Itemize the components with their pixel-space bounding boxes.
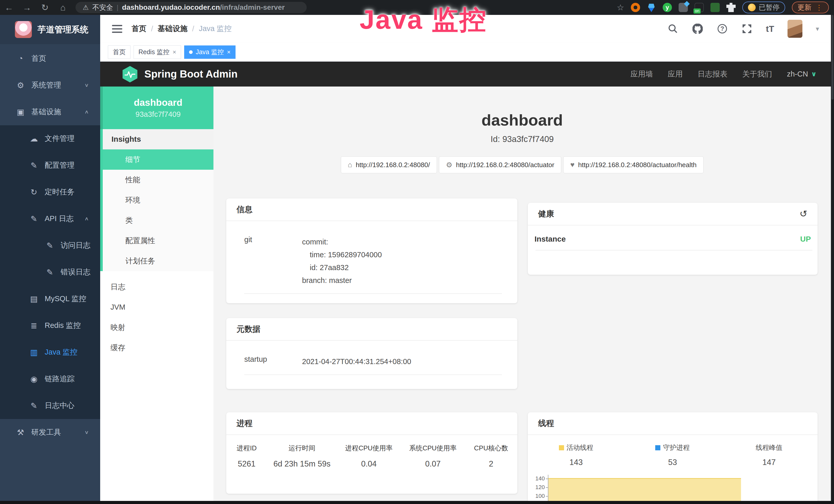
sidebar-item-java-monitor[interactable]: ▥ Java 监控 [0,339,100,366]
y-extension-icon[interactable]: y [663,3,672,12]
sidebar-item-mysql-monitor[interactable]: ▤ MySQL 监控 [0,285,100,312]
legend-peak-threads: 线程峰值 [721,443,817,452]
sba-item-logs[interactable]: 日志 [100,277,214,297]
app-logo[interactable]: 芋道管理系统 [0,15,100,44]
sidebar-item-label: 系统管理 [31,80,61,90]
breadcrumb-home[interactable]: 首页 [132,24,147,34]
legend-daemon-threads: 守护进程 [624,443,721,452]
page-title: dashboard [214,111,831,129]
update-browser-button[interactable]: 更新 ⋮ [792,2,829,13]
health-url-button[interactable]: ♥ http://192.168.0.2:48080/actuator/heal… [563,156,704,173]
switch-extension-icon[interactable] [695,3,704,12]
pin-extension-icon[interactable] [647,3,656,12]
sidebar-item-file-mgmt[interactable]: ☁ 文件管理 [0,125,100,152]
sidebar-item-infra[interactable]: ▣ 基础设施 ∧ [0,98,100,125]
sidebar-item-access-logs[interactable]: ✎ 访问日志 [0,232,100,259]
sidebar-item-scheduled-jobs[interactable]: ↻ 定时任务 [0,179,100,205]
sba-item-environment[interactable]: 环境 [103,190,214,210]
browser-home-icon[interactable]: ⌂ [54,3,72,13]
history-icon[interactable]: ↺ [799,208,807,219]
sba-nav-wallboard[interactable]: 应用墙 [631,69,653,79]
git-commit-line: commit: [302,235,382,248]
metadata-card-title: 元数据 [226,318,517,341]
layers-icon: ≣ [29,321,39,330]
page-instance-id: Id: 93a3fc7f7409 [214,134,831,144]
grid-extension-icon[interactable] [679,3,688,12]
search-icon[interactable] [667,23,679,35]
sidebar-item-error-logs[interactable]: ✎ 错误日志 [0,259,100,285]
browser-forward-icon[interactable]: → [18,3,36,13]
tab-home[interactable]: 首页 [108,45,130,59]
user-avatar[interactable] [788,20,803,38]
hamburger-icon[interactable] [112,25,122,33]
sidebar-item-config-mgmt[interactable]: ✎ 配置管理 [0,152,100,179]
sidebar-item-system[interactable]: ⚙ 系统管理 ∨ [0,72,100,98]
instance-name: dashboard [134,97,182,108]
sba-item-metrics[interactable]: 性能 [103,170,214,190]
profile-emoji-icon [748,4,756,11]
sidebar-item-label: 访问日志 [61,240,90,251]
sba-item-config-props[interactable]: 配置属性 [103,231,214,251]
breadcrumb-separator: / [192,25,194,33]
sba-item-mappings[interactable]: 映射 [100,317,214,338]
browser-back-icon[interactable]: ← [0,3,18,13]
browser-reload-icon[interactable]: ↻ [36,2,54,13]
eye-icon: ◉ [29,374,39,384]
browser-menu-icon[interactable]: ⋮ [815,3,823,12]
sidebar-item-tracing[interactable]: ◉ 链路追踪 [0,366,100,392]
sidebar-item-log-center[interactable]: ✎ 日志中心 [0,392,100,419]
process-col-sys-cpu: 系统CPU使用率 [401,444,465,453]
git-branch-line: branch: master [302,274,382,287]
tab-java-monitor[interactable]: Java 监控 × [184,45,236,59]
service-url-button[interactable]: ⌂ http://192.168.0.2:48080/ [341,156,437,173]
page-scrollbar[interactable] [831,15,834,504]
threads-values: 143 53 147 [528,458,817,467]
close-icon[interactable]: × [227,48,231,56]
update-label: 更新 [797,3,811,12]
cloud-upload-icon: ☁ [29,134,39,143]
process-col-proc-cpu: 进程CPU使用率 [337,444,401,453]
help-icon[interactable]: ? [717,23,728,35]
address-bar[interactable]: ⚠ 不安全 | dashboard.yudao.iocoder.cn/infra… [75,2,307,13]
not-secure-label[interactable]: 不安全 [92,3,113,12]
info-value: commit: time: 1596289704000 id: 27aa832 … [302,235,382,287]
sba-nav-journal[interactable]: 日志报表 [698,69,727,79]
monitor-icon: ▣ [16,107,25,117]
close-icon[interactable]: × [173,48,176,56]
sba-item-classes[interactable]: 类 [103,210,214,231]
info-card-body: git commit: time: 1596289704000 id: 27aa… [226,221,517,294]
fullscreen-icon[interactable] [741,23,752,35]
github-icon[interactable] [692,23,703,35]
green-extension-icon[interactable] [710,3,720,12]
sba-item-jvm[interactable]: JVM [100,297,214,317]
sidebar-item-api-logs[interactable]: ✎ API 日志 ∧ [0,205,100,232]
sba-nav-about[interactable]: 关于我们 [742,69,772,79]
actuator-url-button[interactable]: ⚙ http://192.168.0.2:48080/actuator [439,156,561,173]
sidebar-item-redis-monitor[interactable]: ≣ Redis 监控 [0,312,100,339]
process-values-row: 5261 6d 23h 15m 59s 0.04 0.07 2 [226,459,517,480]
sync-paused-badge[interactable]: 已暂停 [742,2,785,13]
sba-item-details[interactable]: 细节 [103,150,214,170]
tab-redis-monitor[interactable]: Redis 监控 × [134,45,181,59]
sidebar-item-home[interactable]: ◔ 首页 [0,45,100,72]
extensions-puzzle-icon[interactable] [726,3,736,12]
sidebar-item-dev-tools[interactable]: ⚒ 研发工具 ∨ [0,419,100,446]
bookmark-star-icon[interactable]: ☆ [617,3,624,12]
sba-sidebar: dashboard 93a3fc7f7409 Insights 细节 性能 环境… [100,87,214,501]
sba-nav-applications[interactable]: 应用 [668,69,683,79]
locale-selector[interactable]: zh-CN ∨ [787,70,816,78]
not-secure-icon: ⚠ [83,4,89,12]
scrollbar-thumb[interactable] [831,15,833,100]
avatar-caret-icon[interactable]: ▾ [816,25,819,33]
extension-icon[interactable] [631,3,640,12]
instance-links: ⌂ http://192.168.0.2:48080/ ⚙ http://192… [214,156,831,173]
instance-header[interactable]: dashboard 93a3fc7f7409 [100,87,214,129]
sba-item-caches[interactable]: 缓存 [100,338,214,358]
sidebar-item-label: Redis 监控 [45,320,81,331]
sidebar-menu: ◔ 首页 ⚙ 系统管理 ∨ ▣ 基础设施 ∧ ☁ 文件管理 ✎ 配置管 [0,44,100,446]
text-size-icon[interactable]: tT [766,24,774,34]
sba-item-scheduled-tasks[interactable]: 计划任务 [103,251,214,271]
process-header-row: 进程ID 运行时间 进程CPU使用率 系统CPU使用率 CPU核心数 [226,444,517,453]
breadcrumb-infra[interactable]: 基础设施 [158,24,188,34]
sba-content: dashboard Id: 93a3fc7f7409 ⌂ http://192.… [214,87,831,501]
